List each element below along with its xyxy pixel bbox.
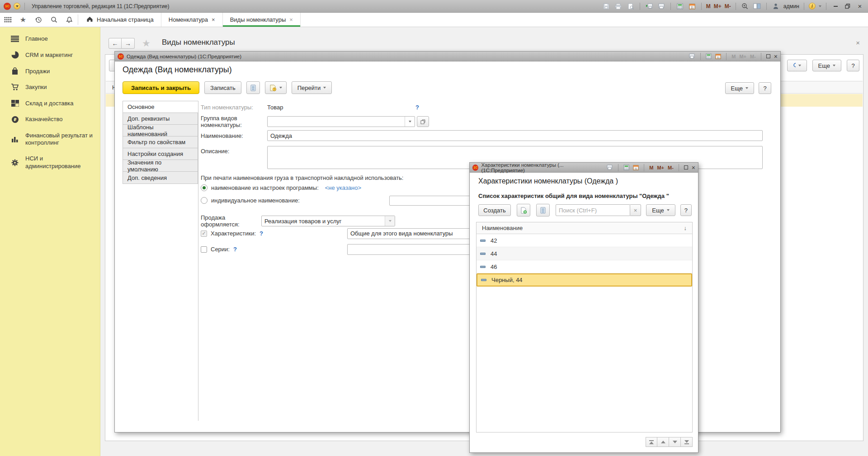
list-item[interactable]: 46	[476, 260, 692, 273]
name-input[interactable]	[267, 130, 763, 141]
group-open-button[interactable]	[417, 116, 429, 127]
tab-close-icon[interactable]: ×	[289, 16, 293, 23]
calendar-icon[interactable]: 31	[688, 2, 697, 11]
radio-program-name[interactable]	[201, 184, 208, 191]
move-to-bottom-button[interactable]	[681, 437, 693, 447]
tab-close-icon[interactable]: ×	[212, 16, 215, 23]
sort-descending-icon[interactable]: ↓	[684, 225, 687, 231]
list-item[interactable]: 44	[476, 247, 692, 260]
notifications-bell-icon[interactable]	[61, 13, 77, 27]
save-and-close-button[interactable]: Записать и закрыть	[123, 81, 199, 94]
memory-subtract-button[interactable]: M-	[725, 3, 731, 9]
type-help-icon[interactable]: ?	[415, 104, 419, 111]
calculator-icon[interactable]	[623, 165, 629, 170]
move-down-button[interactable]	[669, 437, 681, 447]
sidebar-item-zakupki[interactable]: Закупки	[0, 83, 100, 92]
group-combobox[interactable]	[267, 116, 415, 127]
tab-znacheniya[interactable]: Значения по умолчанию	[123, 160, 198, 172]
go-to-link-icon[interactable]	[606, 165, 613, 170]
help-button[interactable]: ?	[759, 82, 771, 94]
tab-osnovnoe[interactable]: Основное	[123, 101, 198, 113]
close-modal-button[interactable]: ×	[692, 165, 695, 171]
main-menu-icon[interactable]	[0, 13, 15, 27]
dropdown-arrow-icon[interactable]	[405, 117, 415, 127]
tab-dop-rekvizity[interactable]: Доп. реквизиты	[123, 113, 198, 125]
not-specified-link[interactable]: <не указано>	[325, 184, 361, 191]
restore-button[interactable]	[843, 2, 852, 11]
save-button[interactable]: Записать	[204, 81, 241, 94]
back-button[interactable]: ←	[108, 38, 122, 49]
series-help-icon[interactable]: ?	[233, 246, 237, 253]
search-input[interactable]	[556, 204, 630, 216]
more-button[interactable]: Еще	[725, 82, 754, 94]
info-dropdown-icon[interactable]	[819, 5, 821, 7]
reports-list-button[interactable]	[536, 204, 550, 216]
sidebar-item-kaznacheystvo[interactable]: ₽ Казначейство	[0, 115, 100, 124]
tab-shablony[interactable]: Шаблоны наименований	[123, 125, 198, 136]
radio-individual-name[interactable]	[201, 197, 208, 204]
characteristics-help-icon[interactable]: ?	[259, 230, 263, 237]
memory-add-button[interactable]: M+	[714, 3, 722, 9]
split-view-icon[interactable]	[753, 2, 762, 11]
go-to-link-icon[interactable]	[689, 53, 695, 59]
sidebar-item-prodazhi[interactable]: Продажи	[0, 66, 100, 76]
favorites-icon[interactable]: ★	[15, 13, 31, 27]
memory-subtract-button[interactable]: M-	[668, 165, 674, 170]
more-button[interactable]: Еще	[812, 60, 841, 71]
clear-search-button[interactable]: ×	[630, 204, 641, 216]
search-button[interactable]	[787, 60, 807, 71]
tab-home[interactable]: Начальная страница	[79, 13, 161, 27]
reports-list-button[interactable]	[246, 81, 260, 94]
tab-vidy-nomenklatury[interactable]: Виды номенклатуры ×	[223, 13, 301, 27]
list-item-selected[interactable]: Черный, 44	[476, 273, 692, 287]
series-checkbox[interactable]	[201, 246, 207, 253]
zoom-icon[interactable]	[741, 2, 750, 11]
series-input[interactable]	[347, 244, 481, 255]
create-based-on-button[interactable]	[265, 81, 287, 94]
maximize-button[interactable]	[684, 165, 688, 169]
info-icon[interactable]: i	[809, 3, 816, 9]
forward-button[interactable]: →	[122, 38, 135, 49]
favorite-star-icon[interactable]: ★	[142, 38, 151, 49]
characteristics-checkbox[interactable]: ✓	[201, 230, 207, 237]
memory-store-button[interactable]: M	[649, 165, 653, 170]
create-button[interactable]: Создать	[478, 204, 511, 216]
search-icon[interactable]	[46, 13, 61, 27]
maximize-button[interactable]	[766, 54, 770, 58]
characteristics-input[interactable]	[347, 228, 481, 239]
history-icon[interactable]	[31, 13, 46, 27]
close-modal-button[interactable]: ×	[774, 53, 778, 60]
sidebar-item-finrezultat[interactable]: Финансовый результат и контроллинг	[0, 131, 100, 148]
sidebar-item-glavnoe[interactable]: Главное	[0, 34, 100, 43]
memory-add-button[interactable]: M+	[657, 165, 664, 170]
sidebar-item-nsi[interactable]: НСИ и администрирование	[0, 154, 100, 171]
move-up-button[interactable]	[657, 437, 669, 447]
calculator-icon[interactable]	[706, 53, 712, 59]
memory-store-button[interactable]: M	[706, 3, 711, 9]
go-to-link-icon[interactable]	[657, 2, 666, 11]
move-to-top-button[interactable]	[646, 437, 657, 447]
print-icon[interactable]	[614, 2, 623, 11]
more-button[interactable]: Еще	[646, 204, 675, 216]
goto-button[interactable]: Перейти	[292, 81, 332, 94]
tab-nastroyki[interactable]: Настройки создания	[123, 148, 198, 160]
sidebar-item-sklad[interactable]: Склад и доставка	[0, 99, 100, 108]
sidebar-item-crm[interactable]: CRM и маркетинг	[0, 50, 100, 60]
column-header[interactable]: Наименование ↓	[476, 222, 692, 234]
save-icon[interactable]	[602, 2, 611, 11]
tab-dop-svedeniya[interactable]: Доп. сведения	[123, 172, 198, 183]
print-preview-icon[interactable]	[626, 2, 635, 11]
sale-combobox[interactable]: Реализация товаров и услуг	[261, 216, 395, 226]
calendar-icon[interactable]: 31	[715, 53, 721, 59]
close-window-button[interactable]: ×	[855, 2, 864, 11]
calendar-icon[interactable]: 31	[633, 165, 639, 170]
create-new-group-button[interactable]	[517, 204, 530, 216]
help-button[interactable]: ?	[680, 204, 692, 216]
tab-filtr[interactable]: Фильтр по свойствам	[123, 136, 198, 148]
calculator-icon[interactable]	[675, 2, 684, 11]
system-menu-button[interactable]	[14, 3, 20, 9]
tab-nomenklatura[interactable]: Номенклатура ×	[161, 13, 223, 27]
help-button[interactable]: ?	[847, 60, 859, 71]
get-link-icon[interactable]	[645, 2, 654, 11]
page-close-icon[interactable]: ×	[856, 39, 860, 47]
